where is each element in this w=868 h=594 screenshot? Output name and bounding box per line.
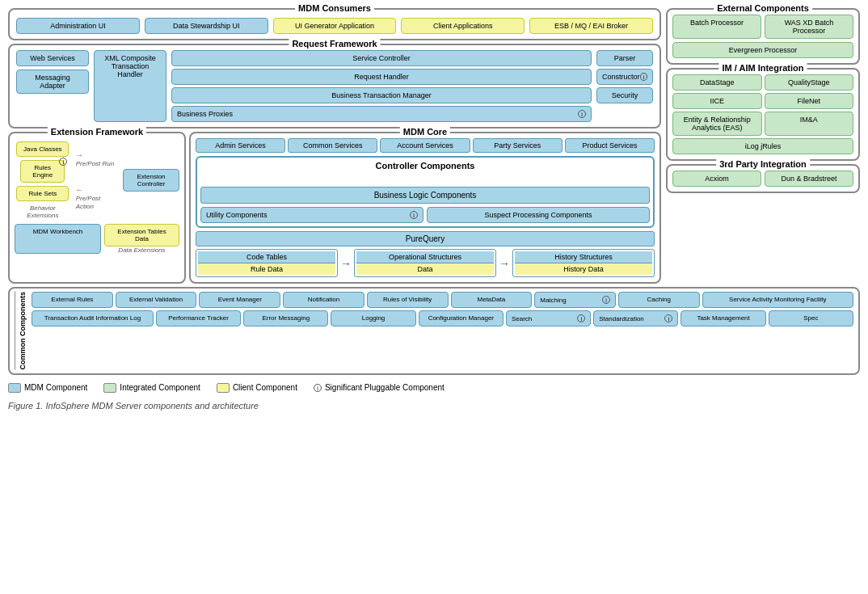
- extension-framework-container: Extension Framework Java Classes Rules E…: [8, 132, 186, 284]
- middle-lower: Extension Framework Java Classes Rules E…: [8, 132, 661, 284]
- controller-components-title: Controller Components: [200, 161, 650, 171]
- request-handler: Request Handler: [171, 69, 592, 85]
- cc-row-1: External Rules External Validation Event…: [32, 292, 853, 308]
- service-activity: Service Activity Monitoring Facility: [702, 292, 853, 308]
- im-aim-container: IM / AIM Integration DataStage QualitySt…: [666, 68, 860, 161]
- pluggable-icon-s: i: [577, 314, 585, 322]
- pluggable-icon-st: i: [664, 314, 672, 322]
- im-grid: DataStage QualityStage IICE FileNet Enti…: [672, 74, 853, 154]
- mdm-core-title: MDM Core: [400, 127, 450, 137]
- legend-box-integrated: [103, 383, 116, 393]
- extension-tables-wrapper: Extension Tables Data Data Extensions: [104, 224, 179, 254]
- spec: Spec: [769, 310, 853, 326]
- legend-mdm-label: MDM Component: [24, 383, 87, 392]
- xml-composite: XML Composite Transaction Handler: [94, 50, 166, 122]
- external-components-title: External Components: [714, 3, 812, 13]
- rules-engine: Rules Engine i: [20, 160, 65, 183]
- ec-bottom-row: Evergreen Processor: [672, 42, 853, 58]
- pluggable-icon-uc: i: [410, 211, 418, 219]
- qualitystage: QualityStage: [765, 74, 854, 91]
- transaction-audit: Transaction Audit Information Log: [32, 310, 154, 326]
- tp-row: Acxiom Dun & Bradstreet: [672, 171, 853, 187]
- legend-pluggable: i Significant Pluggable Component: [314, 383, 445, 392]
- mdm-consumers-title: MDM Consumers: [295, 3, 374, 13]
- controller-components-box: Controller Components Business Logic Com…: [196, 156, 655, 228]
- main-container: MDM Consumers Administration UI Data Ste…: [8, 8, 860, 411]
- utility-row: Utility Components i Suspect Processing …: [200, 207, 650, 223]
- request-framework-title: Request Framework: [289, 39, 380, 48]
- ilog-jrules: iLog jRules: [672, 138, 853, 154]
- legend-mdm: MDM Component: [8, 383, 87, 393]
- third-party-title: 3rd Party Integration: [716, 159, 810, 169]
- extension-tables: Extension Tables Data: [104, 224, 179, 246]
- dun-bradstreet: Dun & Bradstreet: [765, 171, 853, 187]
- batch-processor: Batch Processor: [672, 15, 761, 39]
- imanda: IM&A: [765, 112, 854, 136]
- consumer-admin-ui: Administration UI: [16, 18, 140, 34]
- code-tables-box: Code Tables Rule Data: [196, 249, 338, 277]
- legend-box-mdm: [8, 383, 21, 393]
- left-section: MDM Consumers Administration UI Data Ste…: [8, 8, 661, 284]
- behavior-extensions-label: Behavior Extensions: [15, 204, 71, 219]
- evergreen-processor: Evergreen Processor: [672, 42, 853, 58]
- pluggable-icon-c: i: [640, 73, 647, 81]
- business-logic-components: Business Logic Components: [200, 187, 650, 204]
- external-validation: External Validation: [116, 292, 197, 308]
- suspect-processing: Suspect Processing Components: [427, 207, 650, 223]
- external-components-container: External Components Batch Processor WAS …: [666, 8, 860, 65]
- matching: Matching i: [534, 292, 616, 308]
- security: Security: [596, 87, 653, 103]
- consumer-ui-generator: UI Generator Application: [273, 18, 397, 34]
- service-controller: Service Controller: [171, 50, 592, 66]
- search: Search i: [506, 310, 591, 326]
- data-arrow-2: →: [499, 257, 510, 270]
- consumers-items: Administration UI Data Stewardship UI UI…: [16, 18, 653, 34]
- notification: Notification: [283, 292, 364, 308]
- pluggable-icon-re: i: [59, 158, 67, 166]
- event-manager: Event Manager: [199, 292, 280, 308]
- cc-row-2: Transaction Audit Information Log Perfor…: [32, 310, 853, 326]
- utility-components: Utility Components i: [200, 207, 423, 223]
- acxiom: Acxiom: [672, 171, 761, 187]
- rf-left: Web Services Messaging Adapter: [16, 50, 89, 122]
- request-framework-container: Request Framework Web Services Messaging…: [8, 44, 661, 128]
- ef-arrows: → Pre/Post Run ← Pre/Post Action: [76, 141, 118, 219]
- pre-post-action-label: ← Pre/Post Action: [76, 186, 118, 210]
- account-services: Account Services: [380, 138, 470, 153]
- rules-engine-row: Rules Engine i: [20, 160, 65, 183]
- im-aim-title: IM / AIM Integration: [718, 63, 807, 73]
- common-components-label: Common Components: [15, 292, 27, 370]
- messaging-adapter: Messaging Adapter: [16, 70, 89, 94]
- operational-structures-box: Operational Structures Data: [354, 249, 496, 277]
- legend: MDM Component Integrated Component Clien…: [8, 383, 860, 393]
- common-services: Common Services: [288, 138, 377, 153]
- extension-controller: Extension Controller: [123, 169, 179, 192]
- rules-visibility: Rules of Visibility: [367, 292, 449, 308]
- rf-inner: Web Services Messaging Adapter XML Compo…: [16, 50, 653, 122]
- right-section: External Components Batch Processor WAS …: [666, 8, 860, 284]
- ec-top-row: Batch Processor WAS XD Batch Processor: [672, 15, 853, 39]
- constructor: Constructor i: [596, 69, 653, 85]
- ef-right: Extension Controller: [123, 141, 179, 219]
- iice: IICE: [672, 93, 762, 109]
- rf-middle: Service Controller Request Handler Busin…: [171, 50, 592, 122]
- parser: Parser: [596, 50, 653, 66]
- business-proxies: Business Proxies i: [171, 106, 592, 122]
- admin-services: Admin Services: [196, 138, 285, 153]
- data-row: Code Tables Rule Data → Operational Stru…: [196, 249, 655, 277]
- datastage: DataStage: [672, 74, 762, 91]
- data-arrow-1: →: [340, 257, 352, 270]
- history-structures-box: History Structures History Data: [512, 249, 655, 277]
- mdm-core-container: MDM Core Admin Services Common Services …: [189, 132, 661, 284]
- legend-integrated-label: Integrated Component: [120, 383, 200, 392]
- ef-content: Java Classes Rules Engine i Rule Sets Be…: [15, 141, 179, 219]
- entity-analytics: Entity & Relationship Analytics (EAS): [672, 112, 762, 136]
- external-rules: External Rules: [32, 292, 113, 308]
- was-xd-batch: WAS XD Batch Processor: [765, 15, 853, 39]
- error-messaging: Error Messaging: [243, 310, 328, 326]
- standardization: Standardization i: [593, 310, 678, 326]
- business-transaction-manager: Business Transaction Manager: [171, 87, 592, 103]
- legend-pluggable-icon: i: [314, 384, 322, 392]
- product-services: Product Services: [565, 138, 655, 153]
- figure-caption: Figure 1. InfoSphere MDM Server componen…: [8, 401, 860, 411]
